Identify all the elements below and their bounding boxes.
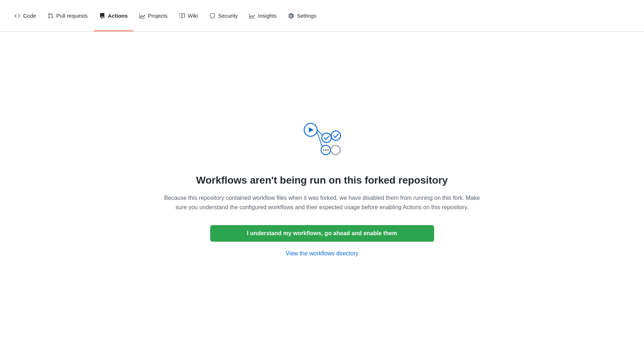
nav-label-pull-requests: Pull requests <box>56 13 88 19</box>
svg-point-9 <box>327 149 329 151</box>
nav-item-code[interactable]: Code <box>9 0 42 31</box>
main-content: Workflows aren't being run on this forke… <box>0 32 644 347</box>
nav-label-wiki: Wiki <box>188 13 198 19</box>
insights-icon <box>249 13 255 19</box>
nav-item-projects[interactable]: Projects <box>134 0 173 31</box>
nav-item-actions[interactable]: Actions <box>94 0 134 31</box>
nav-item-pull-requests[interactable]: Pull requests <box>42 0 94 31</box>
nav-bar: Code Pull requests Actions Projects <box>0 0 644 32</box>
nav-label-code: Code <box>23 13 36 19</box>
security-icon <box>209 13 215 19</box>
enable-workflows-button[interactable]: I understand my workflows, go ahead and … <box>210 225 434 242</box>
svg-point-10 <box>331 145 340 155</box>
nav-label-security: Security <box>218 13 238 19</box>
projects-icon <box>139 13 145 19</box>
code-icon <box>14 13 20 19</box>
wiki-icon <box>179 13 185 19</box>
nav-label-projects: Projects <box>148 13 168 19</box>
workflow-title: Workflows aren't being run on this forke… <box>196 175 448 186</box>
nav-label-actions: Actions <box>108 13 128 19</box>
nav-item-wiki[interactable]: Wiki <box>173 0 204 31</box>
workflow-description: Because this repository contained workfl… <box>160 193 485 212</box>
svg-point-7 <box>323 149 324 151</box>
svg-point-3 <box>322 133 331 142</box>
nav-item-settings[interactable]: Settings <box>282 0 322 31</box>
svg-point-8 <box>325 149 327 151</box>
view-workflows-link[interactable]: View the workflows directory <box>286 250 359 257</box>
settings-icon <box>288 13 294 19</box>
nav-label-settings: Settings <box>297 13 316 19</box>
svg-point-4 <box>331 131 341 140</box>
nav-item-security[interactable]: Security <box>204 0 243 31</box>
pull-request-icon <box>48 13 53 19</box>
nav-item-insights[interactable]: Insights <box>243 0 282 31</box>
nav-label-insights: Insights <box>258 13 277 19</box>
actions-icon <box>99 13 105 19</box>
workflow-illustration <box>301 122 344 163</box>
